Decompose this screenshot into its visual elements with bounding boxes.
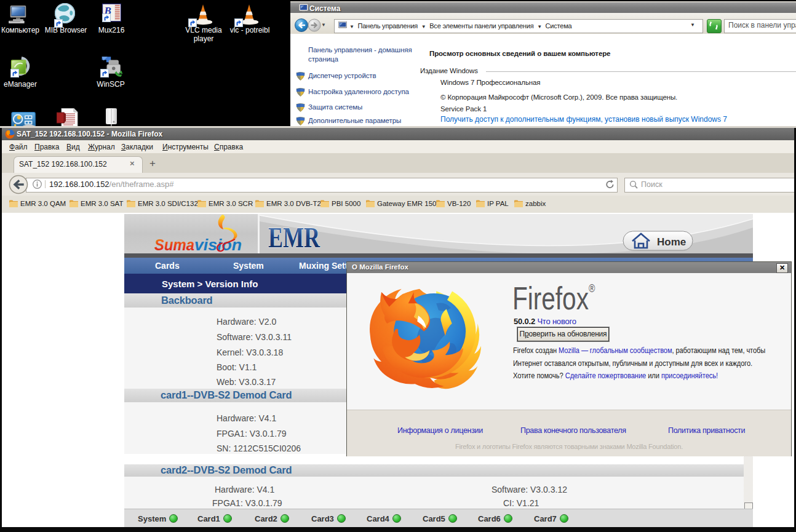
svg-text:EMR: EMR <box>268 222 320 253</box>
svg-text:Home: Home <box>657 236 686 248</box>
svg-text:Suma: Suma <box>154 236 194 253</box>
